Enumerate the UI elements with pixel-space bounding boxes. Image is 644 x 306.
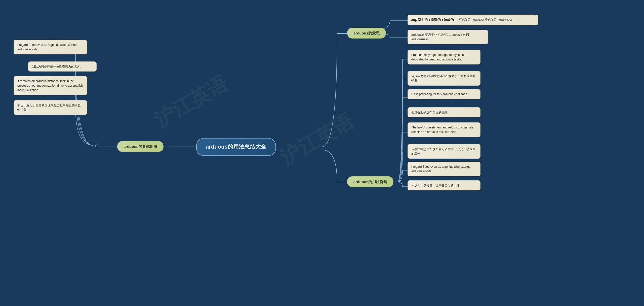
center-node: arduous的用法总结大全 — [196, 138, 276, 156]
ru-label: 如: — [92, 142, 101, 149]
example-2-text: 自少年之时,我就以为自己在致力于伟大而艰巨的任务. — [411, 74, 475, 82]
usage-4-text: 实现工业化仍然是我国现代化进程中艰巨的历史性任务. — [17, 104, 81, 112]
usage-3-text: It remains an arduous historical task in… — [17, 79, 83, 92]
usage-3-node: It remains an arduous historical task in… — [14, 76, 87, 95]
meaning-def-text: adj. 费力的；辛勤的；险峻的 — [411, 17, 454, 22]
meaning-pronunciation: 英式发音 ['ɑːdjuəs] 美式发音 ['ɑːrdʒuəs] — [459, 18, 512, 22]
meaning-forms-node: arduous的词态变化为:副词: arduously 名词: arduousn… — [408, 30, 488, 44]
usage-1-node: I regard Beethoven as a genius who exert… — [14, 40, 87, 54]
example-7-text: I regard Beethoven as a genius who exert… — [411, 165, 471, 173]
usage-1-text: I regard Beethoven as a genius who exert… — [17, 43, 77, 51]
example-5-node: The lawful punishment and reform of crim… — [408, 122, 480, 137]
mind-map-canvas: 沪江英语 沪江英语 arduous的用法总结大全 arduous的意思 — [0, 0, 644, 306]
example-8-text: 我认为贝多芬是一位勤奋努力的天才. — [411, 184, 460, 187]
example-4-text: 他准备迎接这个艰巨的挑战. — [411, 111, 448, 114]
ru-text: 如: — [94, 144, 99, 148]
usage-2-node: 我认为贝多芬是一位勤奋努力的天才. — [28, 61, 97, 72]
example-4-node: 他准备迎接这个艰巨的挑战. — [408, 107, 480, 117]
usage-label: arduous的具体用法 — [124, 144, 157, 149]
examples-label: arduous的用法例句 — [353, 180, 387, 184]
usage-2-text: 我认为贝多芬是一位勤奋努力的天才. — [32, 65, 81, 68]
examples-branch-node: arduous的用法例句 — [347, 176, 393, 187]
meaning-branch-node: arduous的意思 — [347, 28, 386, 39]
watermark2: 沪江英语 — [275, 108, 358, 172]
example-3-node: He is preparing for this arduous challen… — [408, 89, 480, 99]
watermark: 沪江英语 — [149, 70, 233, 134]
meaning-def-node: adj. 费力的；辛勤的；险峻的 英式发音 ['ɑːdjuəs] 美式发音 ['… — [408, 15, 538, 25]
usage-branch-node: arduous的具体用法 — [117, 141, 164, 152]
example-2-node: 自少年之时,我就以为自己在致力于伟大而艰巨的任务. — [408, 71, 480, 86]
example-6-text: 依照法律惩罚和改造罪犯,在中国仍然是一项艰巨的工作. — [411, 147, 475, 155]
meaning-label: arduous的意思 — [353, 31, 380, 35]
example-1-node: From an early age I thought of myself as… — [408, 50, 480, 64]
center-label: arduous的用法总结大全 — [206, 144, 266, 150]
meaning-forms-text: arduous的词态变化为:副词: arduously 名词: arduousn… — [411, 33, 470, 41]
example-1-text: From an early age I thought of myself as… — [411, 53, 465, 61]
example-5-text: The lawful punishment and reform of crim… — [411, 126, 473, 134]
example-3-text: He is preparing for this arduous challen… — [411, 92, 468, 96]
usage-4-node: 实现工业化仍然是我国现代化进程中艰巨的历史性任务. — [14, 100, 87, 115]
example-6-node: 依照法律惩罚和改造罪犯,在中国仍然是一项艰巨的工作. — [408, 144, 480, 159]
example-8-node: 我认为贝多芬是一位勤奋努力的天才. — [408, 180, 480, 190]
example-7-node: I regard Beethoven as a genius who exert… — [408, 162, 480, 176]
connection-lines — [0, 0, 644, 306]
